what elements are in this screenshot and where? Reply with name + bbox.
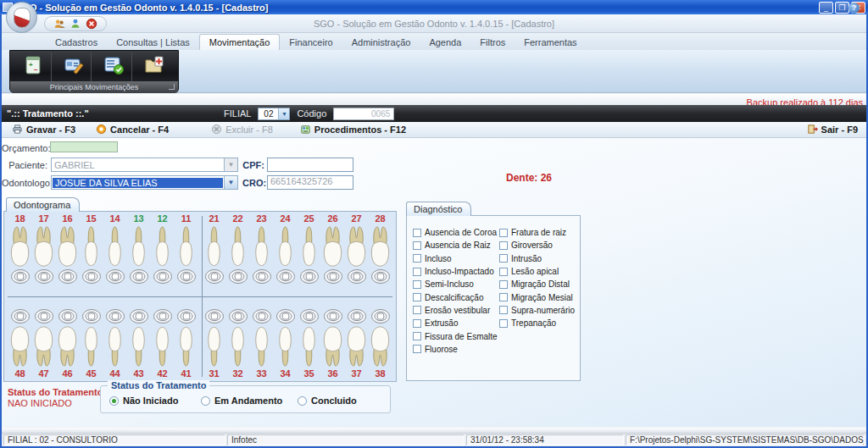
occlusal-surface-icon[interactable] bbox=[347, 268, 367, 285]
occlusal-surface-icon[interactable] bbox=[299, 308, 320, 324]
occlusal-surface-icon[interactable] bbox=[105, 268, 125, 285]
occlusal-surface-icon[interactable] bbox=[252, 308, 272, 324]
occlusal-surface-icon[interactable] bbox=[204, 308, 225, 324]
ribbon-tab-movimentacao[interactable]: Movimentação bbox=[199, 34, 281, 50]
tooth-27[interactable]: 27 bbox=[345, 213, 368, 285]
diag-checkbox-supra-numerario[interactable]: Supra-numerário bbox=[499, 304, 575, 317]
radio-nao-iniciado[interactable]: Não Iniciado bbox=[109, 395, 178, 406]
restore-button[interactable]: ❐ bbox=[835, 2, 849, 14]
cpf-input[interactable] bbox=[267, 158, 353, 172]
help-icon[interactable]: ? bbox=[849, 3, 860, 14]
diag-checkbox-lesao-apical[interactable]: Lesão apical bbox=[499, 265, 575, 278]
diag-checkbox-incluso-impactado[interactable]: Incluso-Impactado bbox=[413, 265, 499, 278]
ribbon-tab-financeiro[interactable]: Financeiro bbox=[280, 35, 342, 50]
occlusal-surface-icon[interactable] bbox=[370, 308, 391, 324]
codigo-input[interactable]: 0065 bbox=[333, 108, 394, 120]
tooth-21[interactable]: 21 bbox=[203, 213, 225, 285]
tooth-44[interactable]: 44 bbox=[103, 308, 126, 379]
occlusal-surface-icon[interactable] bbox=[275, 308, 296, 324]
tooth-35[interactable]: 35 bbox=[298, 308, 320, 379]
cancelar-f4-button[interactable]: Cancelar - F4 bbox=[92, 124, 172, 136]
tooth-14[interactable]: 14 bbox=[103, 213, 126, 285]
occlusal-surface-icon[interactable] bbox=[252, 268, 272, 285]
tooth-12[interactable]: 12 bbox=[151, 213, 174, 285]
diag-checkbox-fissura-de-esmalte[interactable]: Fissura de Esmalte bbox=[413, 329, 499, 342]
occlusal-surface-icon[interactable] bbox=[347, 308, 367, 324]
diag-checkbox-trepanacao[interactable]: Trepanação bbox=[499, 317, 575, 329]
tooth-25[interactable]: 25 bbox=[298, 213, 320, 285]
occlusal-surface-icon[interactable] bbox=[228, 268, 248, 285]
occlusal-surface-icon[interactable] bbox=[323, 268, 343, 285]
movement-budget-button[interactable]: +− bbox=[16, 53, 52, 81]
diag-checkbox-descalcificacao[interactable]: Descalcificação bbox=[413, 290, 499, 303]
procedimentos-f12-button[interactable]: Procedimentos - F12 bbox=[297, 124, 409, 136]
occlusal-surface-icon[interactable] bbox=[176, 268, 197, 285]
diag-checkbox-migracao-mesial[interactable]: Migração Mesial bbox=[499, 290, 575, 303]
gravar-f3-button[interactable]: Gravar - F3 bbox=[8, 124, 79, 136]
filial-combobox[interactable]: 02 ▼ bbox=[258, 108, 290, 120]
sair-button[interactable]: Sair - F9 bbox=[804, 124, 861, 136]
ribbon-tab-administracao[interactable]: Administração bbox=[342, 35, 420, 50]
tooth-31[interactable]: 31 bbox=[203, 308, 225, 379]
tooth-23[interactable]: 23 bbox=[250, 213, 273, 285]
diag-checkbox-extrusao[interactable]: Extrusão bbox=[413, 317, 499, 329]
ribbon-tab-ferramentas[interactable]: Ferramentas bbox=[515, 35, 586, 50]
dialog-launcher-icon[interactable] bbox=[169, 84, 175, 90]
diag-checkbox-ausencia-de-raiz[interactable]: Ausencia de Raiz bbox=[413, 239, 499, 252]
tooth-47[interactable]: 47 bbox=[32, 308, 55, 379]
occlusal-surface-icon[interactable] bbox=[370, 268, 391, 285]
tab-diagnostico[interactable]: Diagnóstico bbox=[406, 202, 471, 216]
orcamento-input[interactable] bbox=[50, 141, 118, 152]
users-icon[interactable] bbox=[53, 18, 65, 30]
tooth-37[interactable]: 37 bbox=[345, 308, 368, 379]
tooth-22[interactable]: 22 bbox=[226, 213, 249, 285]
radio-em-andamento[interactable]: Em Andamento bbox=[201, 395, 282, 406]
tooth-42[interactable]: 42 bbox=[151, 308, 174, 379]
movement-edit-button[interactable] bbox=[56, 53, 92, 81]
tooth-38[interactable]: 38 bbox=[369, 308, 392, 379]
ribbon-tab-agenda[interactable]: Agenda bbox=[420, 35, 470, 50]
diag-checkbox-fratura-de-raiz[interactable]: Fratura de raiz bbox=[499, 226, 575, 239]
tooth-43[interactable]: 43 bbox=[127, 308, 150, 379]
tooth-16[interactable]: 16 bbox=[56, 213, 79, 285]
tooth-26[interactable]: 26 bbox=[321, 213, 344, 285]
tooth-46[interactable]: 46 bbox=[56, 308, 79, 379]
tooth-33[interactable]: 33 bbox=[250, 308, 273, 379]
occlusal-surface-icon[interactable] bbox=[228, 308, 248, 324]
movement-list-button[interactable] bbox=[97, 53, 132, 81]
diag-checkbox-intrusao[interactable]: Intrusão bbox=[499, 252, 575, 265]
tooth-28[interactable]: 28 bbox=[369, 213, 392, 285]
tooth-24[interactable]: 24 bbox=[274, 213, 297, 285]
occlusal-surface-icon[interactable] bbox=[299, 268, 320, 285]
occlusal-surface-icon[interactable] bbox=[58, 268, 78, 285]
tooth-36[interactable]: 36 bbox=[321, 308, 344, 379]
occlusal-surface-icon[interactable] bbox=[105, 308, 125, 324]
tooth-13[interactable]: 13 bbox=[127, 213, 150, 285]
occlusal-surface-icon[interactable] bbox=[10, 268, 31, 285]
tooth-18[interactable]: 18 bbox=[8, 213, 31, 285]
close-red-icon[interactable] bbox=[86, 18, 97, 30]
occlusal-surface-icon[interactable] bbox=[34, 268, 54, 285]
occlusal-surface-icon[interactable] bbox=[129, 268, 149, 285]
diag-checkbox-fluorose[interactable]: Fluorose bbox=[413, 343, 499, 356]
diag-checkbox-ausencia-de-coroa[interactable]: Ausencia de Coroa bbox=[413, 226, 499, 239]
occlusal-surface-icon[interactable] bbox=[153, 268, 173, 285]
tooth-32[interactable]: 32 bbox=[226, 308, 249, 379]
occlusal-surface-icon[interactable] bbox=[81, 268, 102, 285]
tooth-48[interactable]: 48 bbox=[8, 308, 31, 379]
ribbon-tab-filtros[interactable]: Filtros bbox=[470, 35, 515, 50]
odontologo-combobox[interactable]: JOSUE DA SILVA ELIAS▼ bbox=[51, 175, 238, 190]
occlusal-surface-icon[interactable] bbox=[129, 308, 149, 324]
tooth-41[interactable]: 41 bbox=[175, 308, 198, 379]
occlusal-surface-icon[interactable] bbox=[176, 308, 197, 324]
ribbon-tab-cadastros[interactable]: Cadastros bbox=[46, 35, 107, 50]
tooth-15[interactable]: 15 bbox=[80, 213, 103, 285]
occlusal-surface-icon[interactable] bbox=[81, 308, 102, 324]
occlusal-surface-icon[interactable] bbox=[204, 268, 225, 285]
diag-checkbox-semi-incluso[interactable]: Semi-Incluso bbox=[413, 278, 499, 290]
radio-concluido[interactable]: Concluido bbox=[298, 395, 357, 406]
tooth-45[interactable]: 45 bbox=[80, 308, 103, 379]
tooth-11[interactable]: 11 bbox=[175, 213, 198, 285]
paciente-combobox[interactable]: GABRIEL▼ bbox=[51, 158, 238, 172]
cro-input[interactable]: 665164325726 bbox=[267, 175, 353, 190]
